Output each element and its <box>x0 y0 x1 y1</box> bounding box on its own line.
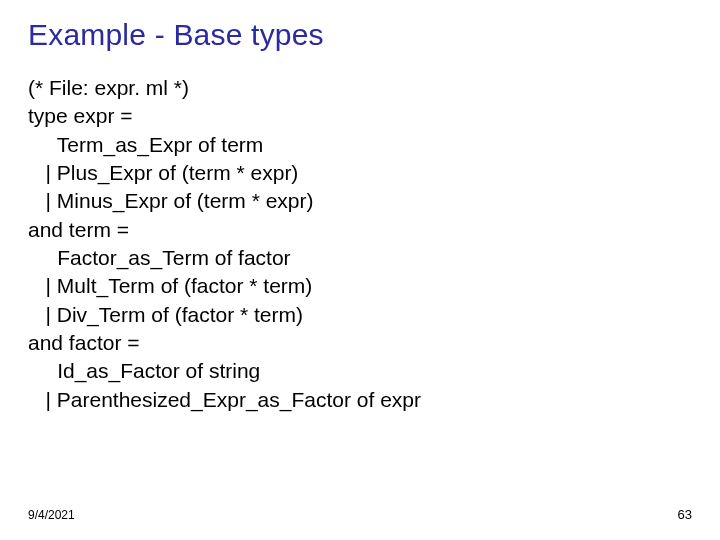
code-line: | Parenthesized_Expr_as_Factor of expr <box>28 388 421 411</box>
code-line: Factor_as_Term of factor <box>28 246 291 269</box>
code-line: and term = <box>28 218 129 241</box>
code-line: type expr = <box>28 104 132 127</box>
slide-title: Example - Base types <box>28 18 692 52</box>
code-line: | Mult_Term of (factor * term) <box>28 274 312 297</box>
footer-page-number: 63 <box>678 507 692 522</box>
slide: Example - Base types (* File: expr. ml *… <box>0 0 720 540</box>
code-line: Term_as_Expr of term <box>28 133 263 156</box>
code-line: | Plus_Expr of (term * expr) <box>28 161 298 184</box>
code-line: | Minus_Expr of (term * expr) <box>28 189 314 212</box>
code-line: | Div_Term of (factor * term) <box>28 303 303 326</box>
code-line: and factor = <box>28 331 140 354</box>
code-line: Id_as_Factor of string <box>28 359 260 382</box>
code-line: (* File: expr. ml *) <box>28 76 189 99</box>
footer-date: 9/4/2021 <box>28 508 75 522</box>
code-block: (* File: expr. ml *) type expr = Term_as… <box>28 74 692 414</box>
